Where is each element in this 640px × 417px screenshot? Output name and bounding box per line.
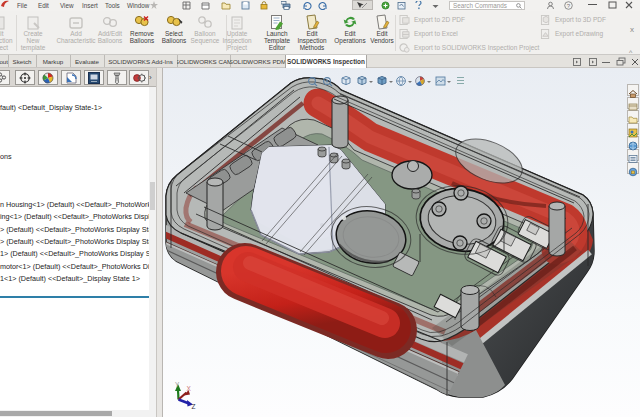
svg-text:X: X: [187, 385, 192, 392]
svg-text:?: ?: [567, 3, 571, 9]
svg-text:Y: Y: [175, 381, 180, 388]
svg-text:Z: Z: [192, 403, 196, 410]
